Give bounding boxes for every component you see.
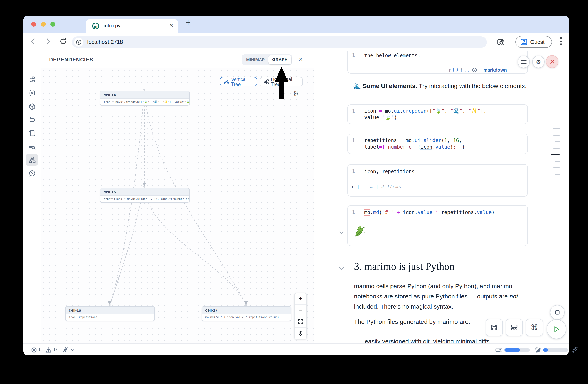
traffic-light-close[interactable] (31, 22, 36, 27)
outline-mark[interactable] (555, 174, 560, 175)
warnings-count: 0 (54, 347, 57, 352)
expand-icon[interactable]: › (351, 184, 354, 190)
profile-button[interactable]: Guest (515, 36, 552, 48)
graph-node-cell-17[interactable]: cell-17 mo.md("# " + icon.value * repeti… (202, 306, 291, 321)
graph-node-cell-15[interactable]: cell-15 repetitions = mo.ui.slider(1, 16… (100, 188, 190, 203)
outline-mark[interactable] (555, 161, 560, 162)
memory-icon (495, 347, 502, 353)
browser-menu-icon[interactable] (560, 37, 562, 46)
leaf-emoji-output (351, 224, 369, 242)
dropdown-code-cell[interactable]: 1 icon = mo.ui.dropdown(["🍃", "🌊", "✨"],… (347, 104, 528, 124)
new-tab-button[interactable]: + (186, 18, 191, 27)
url-text[interactable]: localhost:2718 (87, 39, 123, 45)
language-badge[interactable]: markdown (483, 67, 507, 72)
slider-code-cell[interactable]: 1 repetitions = mo.ui.slider(1, 16, labe… (347, 134, 528, 154)
url-bar[interactable]: localhost:2718 (72, 37, 487, 48)
cell-config-row: r f markdown (348, 66, 527, 73)
collapse-chevron-icon[interactable] (339, 231, 344, 234)
reactive-checkbox[interactable] (453, 68, 458, 72)
layout-button[interactable] (506, 319, 523, 336)
collapsed-output-row[interactable]: › [ … ] 2 Items (351, 184, 401, 190)
outline-mark[interactable] (553, 167, 560, 168)
autorun-disabled-icon[interactable] (62, 347, 68, 353)
info-icon[interactable] (472, 67, 477, 72)
graph-canvas[interactable]: Vertical Tree Horizontal Tree ⚙ cell-14 … (41, 68, 314, 344)
line-number: 1 (352, 168, 355, 174)
outline-mark[interactable] (553, 135, 560, 135)
code-line[interactable]: mo.md("# " + icon.value * repetitions.va… (364, 209, 495, 216)
sidebar-item-file-explorer[interactable] (29, 76, 36, 83)
panel-close-icon[interactable]: ✕ (298, 56, 303, 62)
sidebar-item-packages[interactable] (29, 103, 36, 110)
tab-close-icon[interactable]: ✕ (169, 22, 173, 28)
outline-mark-active[interactable] (551, 154, 560, 155)
markdown-cell[interactable]: 1 **🌊 Some UI elements.** Try interactin… (347, 51, 528, 74)
sidebar-item-dependencies[interactable] (29, 156, 36, 163)
graph-settings-icon[interactable]: ⚙ (293, 90, 299, 97)
warnings-icon[interactable] (45, 347, 52, 353)
locate-button[interactable] (294, 327, 307, 339)
reactive-label: r (449, 67, 451, 72)
section-collapse-chevron-icon[interactable] (339, 267, 344, 270)
run-button[interactable] (546, 319, 566, 339)
md-output-cell[interactable]: 1 mo.md("# " + icon.value * repetitions.… (347, 205, 528, 246)
refs-code-cell[interactable]: 1 icon, repetitions › [ … ] 2 Items (347, 164, 528, 196)
markdown-output: 🌊 Some UI elements. Try interacting with… (353, 82, 526, 90)
tab-search-icon[interactable] (497, 38, 504, 46)
sidebar-item-help[interactable] (29, 170, 36, 177)
code-line[interactable]: icon = mo.ui.dropdown(["🍃", "🌊", "✨"], (364, 108, 486, 114)
zoom-out-button[interactable]: − (294, 305, 307, 316)
outline-mark[interactable] (553, 128, 560, 129)
cell-output-divider (348, 220, 527, 220)
outline-mark[interactable] (555, 141, 560, 142)
traffic-light-minimize[interactable] (41, 22, 46, 27)
back-icon[interactable] (29, 38, 37, 45)
fit-view-button[interactable] (294, 316, 307, 327)
line-gutter: 1 (348, 165, 360, 179)
code-line[interactable]: value="🍃") (364, 114, 397, 121)
sidebar-item-snippets[interactable] (29, 130, 36, 137)
paragraph-line-clipped: easily versioned with git, yielding mini… (365, 338, 490, 344)
format-checkbox[interactable] (465, 68, 469, 72)
line-gutter: 1 (348, 105, 360, 124)
site-info-icon[interactable] (76, 39, 82, 45)
traffic-light-zoom[interactable] (50, 22, 55, 27)
code-line[interactable]: repetitions = mo.ui.slider(1, 16, (364, 137, 462, 144)
vertical-tree-button[interactable]: Vertical Tree (220, 77, 257, 86)
graph-node-cell-14[interactable]: cell-14 icon = mo.ui.dropdown(["🍃", "🌊",… (100, 91, 190, 106)
browser-tab[interactable]: m intro.py ✕ (86, 19, 178, 33)
line-number: 1 (352, 52, 355, 58)
statusbar-chevron-icon[interactable] (70, 349, 75, 351)
line-gutter: 1 (348, 206, 360, 220)
code-line[interactable]: the below elements. (364, 52, 420, 59)
code-line[interactable]: icon, repetitions (364, 168, 415, 175)
errors-icon[interactable] (31, 347, 37, 353)
graph-node-cell-16[interactable]: cell-16 icon, repetitions (65, 306, 155, 321)
ai-sparkle-icon[interactable] (572, 347, 578, 353)
notebook-menu-button[interactable] (518, 56, 530, 68)
tab-strip: m intro.py ✕ + (23, 16, 569, 33)
tab-graph[interactable]: GRAPH (269, 55, 291, 64)
code-line[interactable]: label=f"number of {icon.value}: ") (364, 144, 465, 150)
outline-mark[interactable] (553, 181, 560, 181)
notebook-settings-button[interactable]: ⚙ (532, 56, 545, 68)
reload-icon[interactable] (59, 38, 67, 45)
forward-icon[interactable] (44, 38, 52, 45)
sidebar-item-variables[interactable] (29, 90, 36, 96)
sidebar-item-logs[interactable] (29, 143, 36, 150)
outline-mark[interactable] (553, 148, 560, 149)
shutdown-button[interactable] (546, 55, 559, 68)
save-button[interactable] (485, 319, 503, 336)
tab-minimap[interactable]: MINIMAP (243, 55, 269, 64)
zoom-in-button[interactable]: + (294, 293, 307, 305)
node-code: icon, repetitions (65, 314, 154, 321)
profile-label: Guest (530, 39, 544, 45)
keyboard-shortcuts-button[interactable]: ⌘ (526, 319, 543, 336)
code-line[interactable]: **🌊 Some UI elements.** Try interacting … (364, 51, 498, 52)
paragraph-line: The Python files generated by marimo are… (354, 318, 470, 325)
config-divider (480, 67, 481, 73)
marimo-favicon: m (92, 22, 99, 29)
sidebar-item-ai-assistant[interactable] (29, 116, 36, 123)
items-count: 2 Items (381, 184, 401, 190)
scroll-lock-button[interactable] (550, 305, 565, 320)
